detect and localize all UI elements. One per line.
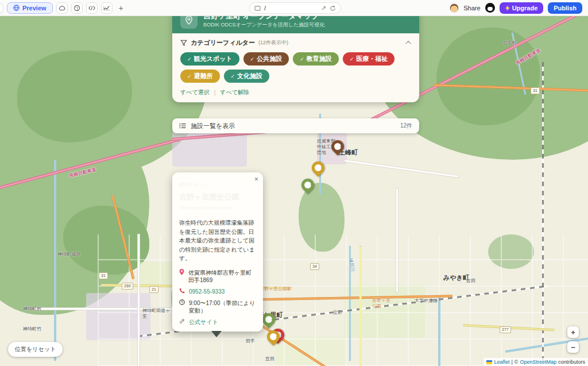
road xyxy=(138,234,140,366)
map-label: 神埼町城原 xyxy=(57,252,80,257)
map-label: 吉野ヶ里 公園 xyxy=(372,298,390,309)
popup-address: 佐賀県神埼郡吉野ヶ里町田手1869 xyxy=(188,269,256,284)
attribution-copyright: © xyxy=(514,359,519,365)
popup-title: 吉野ヶ里歴史公園 xyxy=(179,192,256,202)
cloud-icon[interactable] xyxy=(56,2,68,14)
lightning-icon xyxy=(505,5,510,11)
check-icon: ✓ xyxy=(300,56,304,62)
code-icon[interactable] xyxy=(86,2,98,14)
window-controls-partial xyxy=(0,3,3,13)
avatar[interactable] xyxy=(450,3,459,13)
facility-count-badge: 12件 xyxy=(400,122,412,130)
reset-position-button[interactable]: 位置をリセット xyxy=(8,342,63,357)
popup-subtitle: Yoshinogari Historical Park xyxy=(179,205,256,210)
chip-label: 教育施設 xyxy=(307,55,332,63)
map-attribution: Leaflet | © OpenStreetMap contributors xyxy=(483,358,588,366)
railway xyxy=(542,62,544,361)
map-label: みやき町 xyxy=(443,274,469,282)
link-icon xyxy=(179,318,185,324)
filter-title: カテゴリーフィルター xyxy=(191,38,255,47)
marker-ring xyxy=(269,332,278,342)
hours-row: 9:00〜17:00（季節により変動） xyxy=(179,299,256,314)
path-label: / xyxy=(264,5,318,11)
map-label: 田手 xyxy=(246,338,255,344)
map-label: 吉田 xyxy=(466,278,475,284)
window-icon xyxy=(254,6,261,11)
chip-label: 文化施設 xyxy=(237,72,262,80)
map-label: 神埼町田道ヶ 里 xyxy=(142,308,170,319)
close-icon[interactable]: × xyxy=(254,175,258,183)
phone-icon xyxy=(179,288,185,294)
phone-row: 0952-55-9333 xyxy=(179,288,256,295)
attribution-suffix: contributors xyxy=(558,359,585,365)
chip-label: 公共施設 xyxy=(257,55,282,63)
street-grid xyxy=(98,234,588,366)
chevron-up-icon[interactable] xyxy=(405,41,411,47)
marker-dot xyxy=(320,166,324,169)
globe-icon xyxy=(13,5,20,11)
top-toolbar: Preview + / ↗ Share Upgrade Publish xyxy=(0,0,588,16)
list-icon xyxy=(179,123,186,129)
preview-button[interactable]: Preview xyxy=(7,2,53,14)
refresh-icon[interactable] xyxy=(330,5,336,11)
upgrade-button[interactable]: Upgrade xyxy=(500,2,544,14)
zoom-out-button[interactable]: − xyxy=(567,341,579,353)
zoom-in-button[interactable]: + xyxy=(567,326,579,338)
check-icon: ✓ xyxy=(187,74,192,79)
marker-dot xyxy=(276,335,279,338)
clear-all-link[interactable]: すべて解除 xyxy=(220,88,249,97)
popup-description: 弥生時代の大規模環濠集落跡を復元した国営歴史公園。日本最大級の弥生遺跡として国の… xyxy=(179,218,256,263)
chip-label: 医療・福祉 xyxy=(356,55,388,63)
check-icon: ✓ xyxy=(350,56,354,62)
route-badge: 34 xyxy=(310,263,319,270)
select-all-link[interactable]: すべて選択 xyxy=(180,88,210,97)
category-chip[interactable]: ✓教育施設 xyxy=(293,52,339,66)
map-label: 豆田 xyxy=(265,356,274,362)
palette-icon[interactable] xyxy=(71,2,83,14)
github-icon[interactable] xyxy=(485,3,495,13)
marker-dot xyxy=(310,183,314,187)
category-chips: ✓観光スポット✓公共施設✓教育施設✓医療・福祉✓避難所✓文化施設 xyxy=(180,52,411,83)
website-row: 公式サイト xyxy=(179,318,256,326)
category-chip[interactable]: ✓公共施設 xyxy=(243,52,289,66)
publish-label: Publish xyxy=(554,5,577,11)
page-subtitle: BODIK ODCSオープンデータを活用した施設可視化 xyxy=(203,21,324,29)
openstreetmap-link[interactable]: OpenStreetMap xyxy=(520,359,556,365)
map-label: 神埼町竹 xyxy=(23,326,41,332)
river xyxy=(54,160,56,361)
category-filter-panel: カテゴリーフィルター (12件表示中) ✓観光スポット✓公共施設✓教育施設✓医療… xyxy=(172,33,419,102)
address-row: 佐賀県神埼郡吉野ヶ里町田手1869 xyxy=(179,269,256,284)
marker-ring xyxy=(333,142,343,152)
map-label: 立石町 xyxy=(503,40,517,46)
share-button[interactable]: Share xyxy=(463,5,480,11)
category-chip[interactable]: ✓観光スポット xyxy=(180,52,239,66)
facility-list-toggle[interactable]: 施設一覧を表示 12件 xyxy=(172,118,419,133)
funnel-icon xyxy=(180,40,187,47)
facility-bar-label: 施設一覧を表示 xyxy=(191,122,235,130)
road xyxy=(396,188,398,292)
road xyxy=(345,160,458,178)
map-info-card: 吉野ケ里町 オープンデータマップ BODIK ODCSオープンデータを活用した施… xyxy=(172,7,419,102)
popup-phone[interactable]: 0952-55-9333 xyxy=(189,288,225,295)
leaflet-link[interactable]: Leaflet xyxy=(494,359,509,365)
canal xyxy=(438,298,440,366)
popup-website-link[interactable]: 公式サイト xyxy=(189,318,218,326)
category-chip[interactable]: ✓文化施設 xyxy=(224,70,270,83)
chart-icon[interactable] xyxy=(101,2,113,14)
add-tab-button[interactable]: + xyxy=(116,2,126,14)
route-badge: 31 xyxy=(531,87,540,94)
open-external-icon[interactable]: ↗ xyxy=(321,5,326,12)
address-bar[interactable]: / ↗ xyxy=(249,2,341,14)
chip-label: 避難所 xyxy=(194,72,213,80)
publish-button[interactable]: Publish xyxy=(548,2,582,14)
check-icon: ✓ xyxy=(231,74,235,79)
marker-ring xyxy=(314,163,323,173)
filter-count: (12件表示中) xyxy=(258,39,288,47)
map-label: 大字中津隈 xyxy=(415,298,438,304)
links-separator: | xyxy=(214,90,216,96)
route-badge: 21 xyxy=(149,286,158,293)
category-chip[interactable]: ✓医療・福祉 xyxy=(343,52,395,66)
category-chip[interactable]: ✓避難所 xyxy=(180,70,220,83)
clock-icon xyxy=(179,299,185,305)
chip-label: 観光スポット xyxy=(194,55,233,63)
